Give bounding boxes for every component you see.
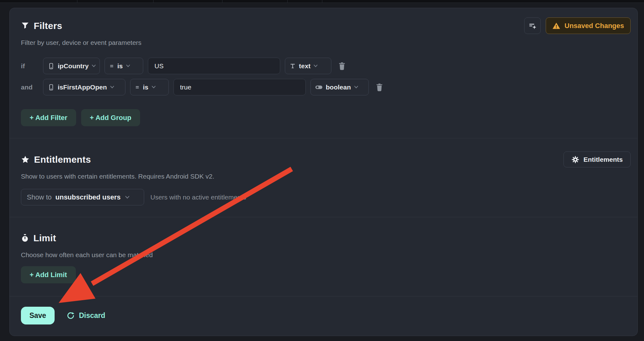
chevron-down-icon bbox=[126, 65, 130, 67]
operator-dropdown[interactable]: is bbox=[105, 58, 143, 74]
field-dropdown[interactable]: isFirstAppOpen bbox=[43, 79, 125, 95]
value-input[interactable] bbox=[148, 58, 280, 74]
discard-label: Discard bbox=[79, 311, 105, 320]
device-icon bbox=[48, 84, 55, 91]
entitlements-button-label: Entitlements bbox=[583, 156, 623, 163]
entitlements-helper-text: Users with no active entitlements bbox=[150, 194, 246, 201]
filters-title: Filters bbox=[34, 21, 62, 31]
unsaved-changes-badge: Unsaved Changes bbox=[546, 17, 631, 34]
save-button[interactable]: Save bbox=[21, 307, 55, 324]
gear-icon bbox=[571, 156, 579, 164]
chevron-down-icon bbox=[110, 86, 114, 89]
chevron-down-icon bbox=[125, 196, 129, 199]
delete-filter-button[interactable] bbox=[336, 60, 348, 72]
equals-icon bbox=[109, 64, 114, 69]
connector-label: if bbox=[21, 62, 38, 70]
cropped-table-edge bbox=[0, 0, 644, 3]
add-filter-button[interactable]: + Add Filter bbox=[21, 109, 76, 126]
filters-subtitle: Filter by user, device or event paramete… bbox=[21, 39, 631, 47]
audience-settings-card: Filters bbox=[9, 8, 638, 336]
boolean-toggle-icon bbox=[315, 85, 323, 90]
add-group-button[interactable]: + Add Group bbox=[81, 109, 140, 126]
type-dropdown[interactable]: boolean bbox=[310, 79, 369, 95]
entitlements-subtitle: Show to users with certain entitlements.… bbox=[21, 173, 631, 181]
filters-header: Filters bbox=[21, 17, 631, 34]
limit-subtitle: Choose how often each user can be matche… bbox=[21, 251, 631, 259]
filter-funnel-icon bbox=[21, 22, 29, 30]
value-input[interactable] bbox=[173, 79, 306, 95]
filter-row: and isFirstAppOpen is bbox=[21, 79, 631, 95]
chevron-down-icon bbox=[152, 86, 156, 89]
equals-icon bbox=[135, 85, 140, 90]
show-to-value: unsubscribed users bbox=[56, 193, 121, 201]
entitlements-header: Entitlements bbox=[21, 151, 631, 168]
chevron-down-icon bbox=[314, 65, 318, 67]
warning-icon bbox=[552, 22, 560, 30]
field-dropdown[interactable]: ipCountry bbox=[43, 58, 100, 74]
type-dropdown[interactable]: text bbox=[285, 58, 331, 74]
stopwatch-icon bbox=[21, 234, 29, 243]
trash-icon bbox=[375, 83, 383, 92]
entitlements-settings-button[interactable]: Entitlements bbox=[564, 151, 631, 167]
operator-dropdown[interactable]: is bbox=[130, 79, 169, 95]
type-label: boolean bbox=[326, 84, 351, 91]
chevron-down-icon bbox=[354, 86, 358, 89]
filter-sparkle-icon bbox=[528, 22, 537, 30]
text-type-icon bbox=[290, 63, 296, 70]
trash-icon bbox=[338, 62, 346, 70]
discard-button[interactable]: Discard bbox=[66, 311, 105, 320]
chevron-down-icon bbox=[92, 65, 96, 67]
operator-label: is bbox=[143, 84, 149, 91]
show-to-dropdown[interactable]: Show to unsubscribed users bbox=[21, 189, 144, 205]
footer-actions: Save Discard bbox=[21, 307, 631, 324]
field-label: isFirstAppOpen bbox=[58, 84, 107, 91]
ai-filter-button[interactable] bbox=[524, 17, 541, 34]
connector-label: and bbox=[21, 84, 38, 91]
field-label: ipCountry bbox=[58, 62, 89, 70]
limit-title: Limit bbox=[33, 233, 56, 243]
section-divider bbox=[10, 296, 637, 296]
entitlements-title: Entitlements bbox=[34, 154, 91, 165]
section-divider bbox=[10, 217, 637, 217]
limit-header: Limit bbox=[21, 230, 631, 246]
device-icon bbox=[48, 62, 55, 70]
section-divider bbox=[10, 138, 637, 138]
operator-label: is bbox=[117, 62, 123, 70]
delete-filter-button[interactable] bbox=[373, 81, 385, 93]
filter-row: if ipCountry is bbox=[21, 58, 631, 74]
show-to-label: Show to bbox=[27, 193, 52, 201]
refresh-icon bbox=[66, 311, 75, 320]
type-label: text bbox=[299, 62, 310, 70]
unsaved-changes-label: Unsaved Changes bbox=[564, 22, 624, 30]
star-icon bbox=[21, 155, 30, 164]
add-limit-button[interactable]: + Add Limit bbox=[21, 266, 76, 283]
